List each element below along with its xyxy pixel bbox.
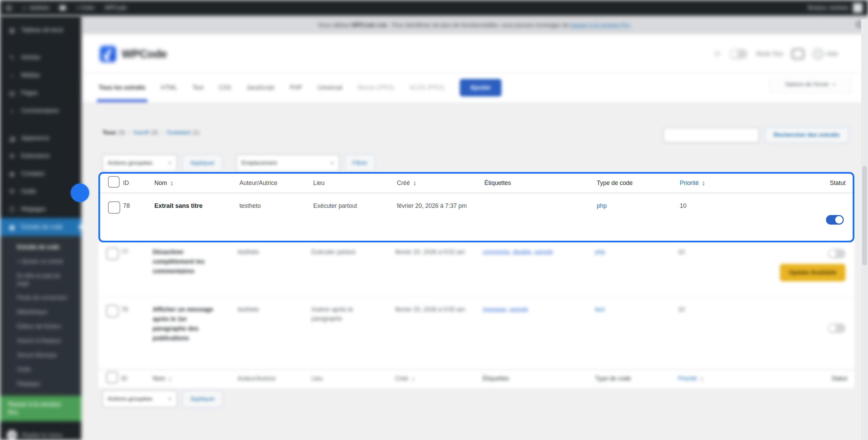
view-tous[interactable]: Tous(3): [102, 129, 125, 136]
help-button[interactable]: ? Aide: [813, 49, 838, 59]
submenu-item-reglages[interactable]: Réglages: [0, 377, 81, 391]
view-outdated[interactable]: Outdated(1): [166, 129, 199, 136]
submenu-item-extraits-de-code[interactable]: Extraits de code: [0, 240, 81, 254]
submenu-item-search-replace[interactable]: Search & Replace: [0, 334, 81, 348]
select-all-checkbox[interactable]: [106, 372, 118, 383]
status-toggle[interactable]: [828, 249, 845, 258]
code-type-link[interactable]: php: [595, 249, 605, 255]
wordpress-logo-icon[interactable]: Ⓦ: [5, 4, 12, 11]
table-row: 76Afficher un message après le 1er parag…: [98, 297, 854, 369]
snippet-name-link[interactable]: Afficher un message après le 1er paragra…: [153, 306, 213, 342]
column-label-tags: Étiquettes: [483, 374, 509, 383]
tag-link[interactable]: sample: [534, 249, 553, 255]
column-label-name[interactable]: Nom: [154, 178, 167, 188]
sidebar-item-commentaires[interactable]: ◗Commentaires: [0, 102, 81, 120]
collapse-menu-button[interactable]: ◀ Replier le menu: [0, 421, 81, 440]
dark-mode-icon[interactable]: [792, 49, 804, 59]
sidebar-item-articles[interactable]: ✎Articles: [0, 49, 81, 66]
status-toggle[interactable]: [826, 215, 844, 225]
sync-icon[interactable]: ⟳: [714, 50, 720, 58]
tab-text[interactable]: Text: [192, 73, 203, 102]
sidebar-item-tableau-de-bord[interactable]: ▦Tableau de bord: [0, 21, 81, 39]
sidebar-item-reglages[interactable]: ☰Réglages: [0, 200, 81, 218]
tab-css[interactable]: CSS: [219, 73, 231, 102]
tag-link[interactable]: sample: [509, 306, 528, 312]
sort-arrows-icon[interactable]: ▲▼: [168, 376, 172, 382]
search-input[interactable]: [663, 128, 759, 143]
sidebar-item-extensions[interactable]: ❖Extensions: [0, 147, 81, 165]
sort-arrows-icon[interactable]: ▲▼: [702, 181, 705, 186]
sidebar-item-comptes[interactable]: ◉Comptes: [0, 165, 81, 183]
tag-link[interactable]: message: [483, 306, 506, 312]
new-content-menu[interactable]: + Créer: [76, 5, 95, 11]
user-greeting[interactable]: Bonjour, testheto: [808, 5, 849, 11]
submenu-item-secure-backups[interactable]: Secure Backups: [0, 348, 81, 362]
apply-button-bottom[interactable]: Appliquer: [182, 390, 223, 408]
tab-html[interactable]: HTML: [161, 73, 177, 102]
submenu-item-outils[interactable]: Outils: [0, 362, 81, 377]
search-snippets-button[interactable]: Rechercher des extraits: [764, 127, 849, 143]
wpcode-adminbar-menu[interactable]: WPCode: [105, 5, 127, 11]
location-filter-select[interactable]: Emplacement ▼: [236, 155, 339, 172]
tab-tous-les-extraits[interactable]: Tous les extraits: [99, 73, 146, 102]
tab-javascript[interactable]: JavaScript: [247, 73, 275, 102]
code-type-link[interactable]: php: [597, 202, 607, 209]
filter-button[interactable]: Filtrer: [345, 155, 375, 172]
sort-arrows-icon[interactable]: ▲▼: [411, 376, 415, 382]
sidebar-item-outils[interactable]: ⚒Outils: [0, 183, 81, 200]
submenu-item-pixels-de-conversion[interactable]: Pixels de conversion: [0, 291, 81, 305]
tag-link[interactable]: comments: [483, 249, 509, 255]
row-checkbox[interactable]: [108, 201, 120, 214]
column-label-created[interactable]: Créé: [397, 178, 410, 188]
page-scrollbar[interactable]: [861, 19, 868, 440]
column-label-author: Auteur/Autrice: [239, 178, 277, 188]
notice-text-post: .: [630, 22, 632, 29]
column-label-priority[interactable]: Priorité: [680, 178, 699, 188]
sidebar-submenu: Extraits de code+ Ajouter un extraitEn-t…: [0, 236, 81, 396]
sort-arrows-icon[interactable]: ▲▼: [170, 181, 174, 186]
bulk-actions-select-bottom[interactable]: Actions groupées ▼: [102, 390, 177, 408]
sidebar-item-medias[interactable]: ♪Médias: [0, 66, 81, 84]
add-snippet-button[interactable]: Ajouter: [460, 79, 501, 96]
sidebar-item-pages[interactable]: ▤Pages: [0, 84, 81, 102]
update-available-badge[interactable]: Update Available: [780, 264, 845, 281]
snippet-name-link[interactable]: Désactiver complètement les commentaires: [153, 249, 205, 275]
screen-options-button[interactable]: Options de l'écran ▼: [770, 76, 852, 93]
apply-button[interactable]: Appliquer: [182, 155, 223, 172]
comments-icon[interactable]: [59, 5, 66, 10]
cursor-highlight-dot: [71, 184, 89, 202]
submenu-item-bibliotheque[interactable]: Bibliothèque: [0, 305, 81, 319]
site-name-menu[interactable]: ⌂ testheto: [23, 4, 49, 11]
snippet-name-link[interactable]: Extrait sans titre: [154, 202, 203, 209]
row-checkbox[interactable]: [106, 248, 119, 260]
upgrade-pro-button[interactable]: Passer à la version Pro: [0, 396, 81, 421]
column-label-created[interactable]: Créé: [395, 374, 408, 383]
scrollbar-thumb[interactable]: [862, 166, 867, 265]
test-mode-toggle[interactable]: [730, 49, 747, 59]
column-label-id: ID: [121, 374, 127, 383]
tab-scss-pro[interactable]: SCSS (PRO): [409, 73, 444, 102]
tab-php[interactable]: PHP: [290, 73, 302, 102]
sidebar-item-extraits-de-code[interactable]: ▣Extraits de code: [0, 218, 81, 236]
tag-link[interactable]: disable: [513, 249, 531, 255]
status-toggle[interactable]: [828, 323, 845, 333]
submenu-item-en-tete-et-pied-de-page[interactable]: En-tête et pied de page: [0, 269, 81, 291]
code-type-link[interactable]: text: [595, 306, 605, 313]
sidebar-item-apparence[interactable]: ◪Apparence: [0, 129, 81, 147]
submenu-item-ajouter-un-extrait[interactable]: + Ajouter un extrait: [0, 254, 81, 269]
row-checkbox[interactable]: [106, 305, 119, 317]
column-label-priority[interactable]: Priorité: [678, 374, 697, 383]
sort-arrows-icon[interactable]: ▲▼: [700, 376, 703, 382]
select-all-checkbox[interactable]: [108, 176, 120, 188]
sidebar-item-label: Apparence: [21, 135, 49, 142]
bulk-actions-select[interactable]: Actions groupées ▼: [102, 155, 177, 172]
view-inactif[interactable]: Inactif(3): [134, 129, 158, 136]
upgrade-pro-link[interactable]: passer à la version Pro: [570, 22, 630, 29]
column-label-name[interactable]: Nom: [153, 374, 165, 383]
submenu-item-editeur-de-fichiers[interactable]: Éditeur de fichiers: [0, 319, 81, 334]
sort-arrows-icon[interactable]: ▲▼: [413, 181, 416, 186]
view-count: (1): [192, 129, 199, 136]
tab-universal[interactable]: Universal: [317, 73, 342, 102]
tab-blocks-pro[interactable]: Blocks (PRO): [358, 73, 394, 102]
avatar[interactable]: [853, 3, 863, 13]
